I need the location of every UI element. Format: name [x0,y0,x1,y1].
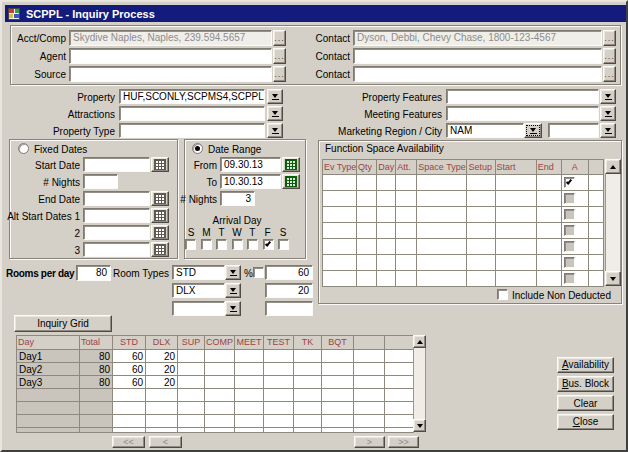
rooms-per-day-field[interactable]: 80 [76,265,111,281]
arrival-fri-checkbox[interactable] [263,239,274,250]
room-type1-dropdown-button[interactable] [225,265,241,280]
room-type2-dropdown-button[interactable] [225,283,241,298]
fs-scrollbar[interactable] [605,159,621,286]
contact3-lookup-button[interactable]: ... [603,66,616,82]
grid-row-1[interactable]: Day1806020 [17,350,414,363]
contact1-lookup-button[interactable]: ... [603,30,616,46]
arrival-thu-checkbox[interactable] [247,239,258,250]
property-features-dropdown-button[interactable] [600,89,616,104]
grid-row-2[interactable]: Day2806020 [17,363,414,376]
attractions-dropdown-button[interactable] [267,106,283,121]
fs-scroll-down-button[interactable] [605,271,621,286]
grid-first-button[interactable]: << [112,436,145,448]
property-type-field[interactable] [119,123,265,138]
contact2-lookup-button[interactable]: ... [603,48,616,64]
fs-row5-available-checkbox[interactable] [564,241,575,252]
fs-row-6[interactable] [323,255,604,271]
room-type3-dropdown-button[interactable] [225,301,241,316]
from-field[interactable]: 09.30.13 [220,157,281,172]
agent-field[interactable] [69,48,272,64]
clear-button[interactable]: Clear [557,395,614,411]
alt-start-date1-field[interactable] [83,208,150,223]
alt-start-date2-field[interactable] [83,225,150,240]
bus-block-button[interactable]: Bus. Block [557,376,614,392]
acct-comp-lookup-button[interactable]: ... [273,30,286,46]
contact3-field[interactable] [353,66,602,82]
fs-scroll-up-button[interactable] [605,159,621,174]
room-count2-field[interactable]: 20 [265,283,313,298]
fs-row6-available-checkbox[interactable] [564,257,575,268]
fs-row-3[interactable] [323,207,604,223]
meeting-features-dropdown-button[interactable] [600,106,616,121]
marketing-region-dropdown-button[interactable] [524,123,542,138]
grid-row-3[interactable]: Day3806020 [17,376,414,389]
marketing-region-label: Marketing Region / City [312,126,442,137]
arrival-tue-checkbox[interactable] [216,239,227,250]
arrival-wed-checkbox[interactable] [232,239,243,250]
alt-start-date2-calendar-button[interactable] [151,225,169,240]
agent-lookup-button[interactable]: ... [273,48,286,64]
arrival-mon-checkbox[interactable] [201,239,212,250]
grid-row-5[interactable] [17,402,414,415]
grid-scroll-up-button[interactable] [413,335,426,348]
fs-row-2[interactable] [323,191,604,207]
to-calendar-button[interactable] [282,174,300,189]
property-dropdown-button[interactable] [267,89,283,104]
inquiry-grid-button[interactable]: Inquiry Grid [14,315,112,332]
alt-start-date3-calendar-button[interactable] [151,242,169,257]
fs-row1-available-checkbox[interactable] [564,177,575,188]
include-non-deducted-checkbox[interactable] [497,289,508,300]
availability-button[interactable]: Availability [557,357,614,373]
close-button[interactable]: Close [557,414,614,430]
room-type3-field[interactable] [172,301,225,316]
arrival-sat-checkbox[interactable] [278,239,289,250]
property-type-dropdown-button[interactable] [267,123,283,138]
grid-prev-button[interactable]: < [149,436,182,448]
room-type2-field[interactable]: DLX [172,283,225,298]
marketing-region-field[interactable]: NAM [446,123,524,138]
fd-nights-field[interactable] [83,174,118,189]
to-field[interactable]: 10.30.13 [220,174,281,189]
end-date-calendar-button[interactable] [151,191,169,206]
source-field[interactable] [69,66,272,82]
fs-row3-available-checkbox[interactable] [564,209,575,220]
fs-row2-available-checkbox[interactable] [564,193,575,204]
room-count1-field[interactable]: 60 [265,265,313,280]
contact1-field[interactable]: Dyson, Debbi, Chevy Chase, 1800-123-4567 [353,30,602,46]
alt-start-date3-field[interactable] [83,242,150,257]
end-date-field[interactable] [83,191,150,206]
fs-row-4[interactable] [323,223,604,239]
title-bar[interactable]: SCPPL - Inquiry Process [5,5,626,22]
fs-row-1[interactable] [323,175,604,191]
date-range-radio[interactable] [192,143,203,154]
grid-scroll-down-button[interactable] [413,419,426,432]
alt-start-date1-calendar-button[interactable] [151,208,169,223]
grid-scrollbar[interactable] [413,335,426,432]
city-dropdown-button[interactable] [600,123,616,138]
attractions-field[interactable] [119,106,265,121]
contact2-field[interactable] [353,48,602,64]
percent-checkbox[interactable] [253,267,264,278]
start-date-field[interactable] [83,157,150,172]
grid-row-6[interactable] [17,415,414,428]
arrival-sun-checkbox[interactable] [185,239,196,250]
source-lookup-button[interactable]: ... [273,66,286,82]
grid-last-button[interactable]: >> [388,436,419,448]
fs-row-5[interactable] [323,239,604,255]
fs-row4-available-checkbox[interactable] [564,225,575,236]
fs-row-7[interactable] [323,271,604,287]
dr-nights-field[interactable]: 3 [220,191,255,206]
acct-comp-field[interactable]: Skydive Naples, Naples, 239.594.5657 [69,30,272,46]
start-date-calendar-button[interactable] [151,157,169,172]
property-field[interactable]: HUF,SCONLY,SCPMS4,SCPPL [119,89,265,104]
fs-row7-available-checkbox[interactable] [564,273,575,284]
room-count3-field[interactable] [265,301,313,316]
grid-row-4[interactable] [17,389,414,402]
room-type1-field[interactable]: STD [172,265,225,280]
from-calendar-button[interactable] [282,157,300,172]
fixed-dates-radio[interactable] [18,143,29,154]
property-features-field[interactable] [446,89,599,104]
city-field[interactable] [548,123,599,138]
meeting-features-field[interactable] [446,106,599,121]
grid-next-button[interactable]: > [354,436,385,448]
